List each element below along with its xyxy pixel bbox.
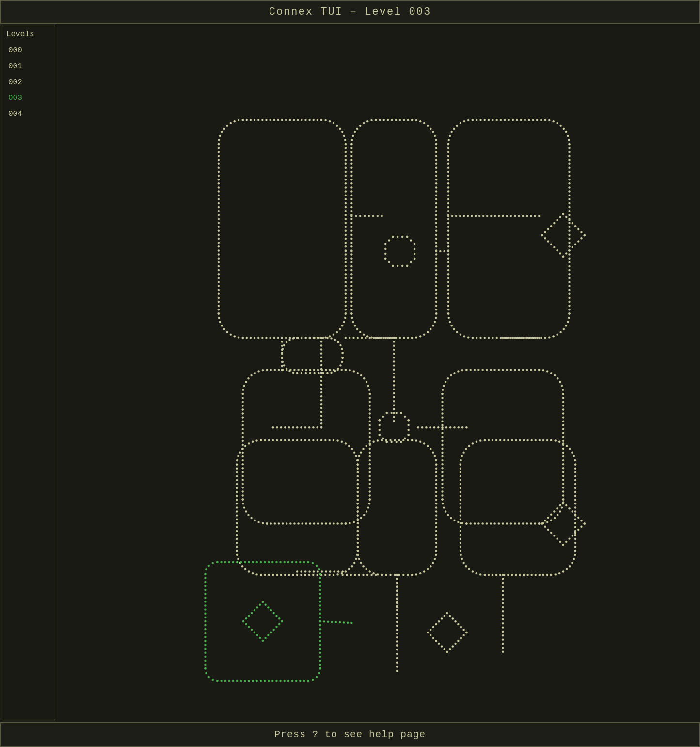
sidebar-item-001[interactable]: 001	[6, 59, 55, 75]
sidebar: Levels 000001002003004	[2, 26, 55, 720]
sidebar-item-004[interactable]: 004	[6, 106, 55, 122]
status-text: Press ? to see help page	[274, 729, 426, 740]
title-text: Connex TUI – Level 003	[269, 6, 431, 18]
status-bar: Press ? to see help page	[0, 722, 700, 747]
main-area: Levels 000001002003004	[0, 24, 700, 722]
sidebar-items: 000001002003004	[6, 43, 55, 122]
sidebar-item-002[interactable]: 002	[6, 75, 55, 91]
sidebar-item-000[interactable]: 000	[6, 43, 55, 59]
sidebar-title: Levels	[6, 30, 55, 39]
canvas-area	[55, 24, 700, 722]
game-canvas	[55, 24, 700, 722]
title-bar: Connex TUI – Level 003	[0, 0, 700, 24]
sidebar-item-003[interactable]: 003	[6, 90, 55, 106]
